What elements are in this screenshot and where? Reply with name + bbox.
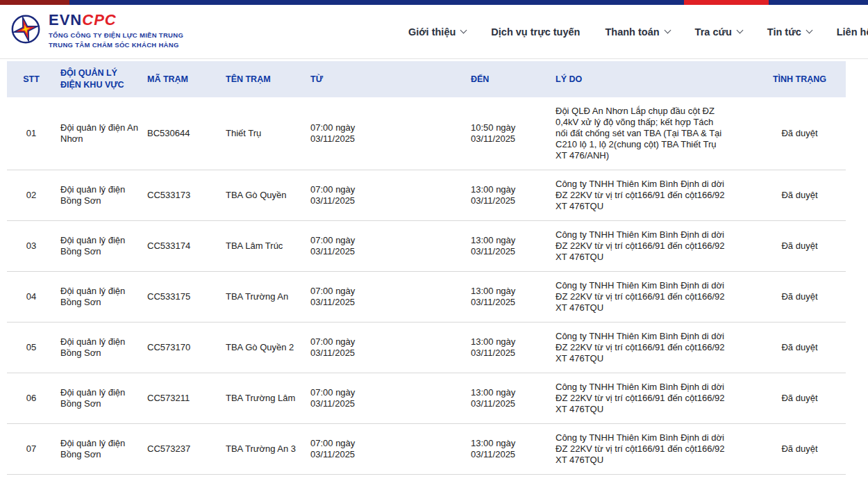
cell-ten-tram: TBA Gò Quyền 2 <box>222 323 306 373</box>
cell-ten-tram: TBA Trường Lâm <box>222 373 306 424</box>
cell-tu: 07:00 ngày 03/11/2025 <box>306 373 465 424</box>
cell-ly-do: Công ty TNHH Thiên Kim Bình Định di dời … <box>550 221 753 272</box>
nav-item-lien-he[interactable]: Liên hệ <box>837 26 868 38</box>
outage-table-container: STT ĐỘI QUẢN LÝ ĐIỆN KHU VỰC MÃ TRẠM TÊN… <box>7 61 846 475</box>
column-header-ten-tram: TÊN TRẠM <box>222 61 306 97</box>
evn-star-logo-icon <box>10 13 42 45</box>
cell-tu: 07:00 ngày 03/11/2025 <box>306 272 465 323</box>
nav-item-label: Thanh toán <box>605 26 659 38</box>
cell-stt: 01 <box>7 97 56 170</box>
cell-den: 13:00 ngày 03/11/2025 <box>465 323 550 373</box>
cell-stt: 02 <box>7 170 56 221</box>
cell-ly-do: Công ty TNHH Thiên Kim Bình Định di dời … <box>550 323 753 373</box>
nav-item-label: Liên hệ <box>837 26 868 38</box>
cell-doi: Đội quản lý điện An Nhơn <box>56 97 146 170</box>
chevron-down-icon <box>460 27 467 34</box>
table-row: 02 Đội quản lý điện Bồng Sơn CC533173 TB… <box>7 170 846 221</box>
table-row: 05 Đội quản lý điện Bồng Sơn CC573170 TB… <box>7 323 846 373</box>
nav-item-label: Dịch vụ trực tuyến <box>491 26 580 38</box>
cell-tinh-trang: Đã duyệt <box>753 272 846 323</box>
cell-tu: 07:00 ngày 03/11/2025 <box>306 170 465 221</box>
nav-item-gioi-thieu[interactable]: Giới thiệu <box>408 26 466 38</box>
table-row: 01 Đội quản lý điện An Nhơn BC530644 Thi… <box>7 97 846 170</box>
main-nav: Giới thiệu Dịch vụ trực tuyến Thanh toán… <box>408 5 868 58</box>
nav-item-label: Giới thiệu <box>408 26 456 38</box>
cell-tu: 07:00 ngày 03/11/2025 <box>306 221 465 272</box>
top-bar-red-segment-left <box>0 0 69 5</box>
column-header-ly-do: LÝ DO <box>550 61 753 97</box>
cell-ma-tram: CC573237 <box>146 424 222 475</box>
brand-name: EVNCPC <box>49 12 183 28</box>
nav-item-tra-cuu[interactable]: Tra cứu <box>695 26 742 38</box>
brand-name-cpc: CPC <box>82 11 116 28</box>
cell-doi: Đội quản lý điện Bồng Sơn <box>56 272 146 323</box>
cell-den: 13:00 ngày 03/11/2025 <box>465 170 550 221</box>
brand-subtitle: TỔNG CÔNG TY ĐIỆN LỰC MIỀN TRUNG TRUNG T… <box>49 31 183 50</box>
cell-ma-tram: CC533175 <box>146 272 222 323</box>
cell-tinh-trang: Đã duyệt <box>753 323 846 373</box>
cell-stt: 06 <box>7 373 56 424</box>
cell-tinh-trang: Đã duyệt <box>753 170 846 221</box>
outage-table: STT ĐỘI QUẢN LÝ ĐIỆN KHU VỰC MÃ TRẠM TÊN… <box>7 61 846 475</box>
cell-doi: Đội quản lý điện Bồng Sơn <box>56 170 146 221</box>
column-header-ma-tram: MÃ TRẠM <box>146 61 222 97</box>
nav-item-dich-vu-truc-tuyen[interactable]: Dịch vụ trực tuyến <box>491 26 580 38</box>
cell-ma-tram: CC573211 <box>146 373 222 424</box>
column-header-tinh-trang: TÌNH TRẠNG <box>753 61 846 97</box>
brand-subtitle-line1: TỔNG CÔNG TY ĐIỆN LỰC MIỀN TRUNG <box>49 31 183 40</box>
top-accent-bar <box>0 0 868 5</box>
cell-stt: 07 <box>7 424 56 475</box>
nav-item-label: Tin tức <box>767 26 801 38</box>
chevron-down-icon <box>664 27 671 34</box>
cell-den: 13:00 ngày 03/11/2025 <box>465 424 550 475</box>
chevron-down-icon <box>736 27 743 34</box>
top-bar-red-segment-right <box>684 0 769 5</box>
table-row: 03 Đội quản lý điện Bồng Sơn CC533174 TB… <box>7 221 846 272</box>
column-header-den: ĐẾN <box>465 61 550 97</box>
cell-ly-do: Công ty TNHH Thiên Kim Bình Định di dời … <box>550 272 753 323</box>
nav-item-tin-tuc[interactable]: Tin tức <box>767 26 812 38</box>
cell-den: 13:00 ngày 03/11/2025 <box>465 221 550 272</box>
cell-den: 13:00 ngày 03/11/2025 <box>465 373 550 424</box>
cell-den: 10:50 ngày 03/11/2025 <box>465 97 550 170</box>
cell-tu: 07:00 ngày 03/11/2025 <box>306 323 465 373</box>
outage-table-body: 01 Đội quản lý điện An Nhơn BC530644 Thi… <box>7 97 846 475</box>
cell-ten-tram: TBA Gò Quyền <box>222 170 306 221</box>
brand-name-evn: EVN <box>49 11 82 28</box>
cell-tinh-trang: Đã duyệt <box>753 97 846 170</box>
chevron-down-icon <box>806 27 812 34</box>
cell-stt: 05 <box>7 323 56 373</box>
cell-ma-tram: CC573170 <box>146 323 222 373</box>
table-row: 07 Đội quản lý điện Bồng Sơn CC573237 TB… <box>7 424 846 475</box>
cell-ly-do: Đội QLĐ An Nhơn Lắp chụp đầu cột ĐZ 0,4k… <box>550 97 753 170</box>
cell-ten-tram: Thiết Trụ <box>222 97 306 170</box>
cell-doi: Đội quản lý điện Bồng Sơn <box>56 424 146 475</box>
cell-doi: Đội quản lý điện Bồng Sơn <box>56 373 146 424</box>
column-header-doi: ĐỘI QUẢN LÝ ĐIỆN KHU VỰC <box>56 61 146 97</box>
cell-ma-tram: BC530644 <box>146 97 222 170</box>
cell-ma-tram: CC533174 <box>146 221 222 272</box>
cell-ly-do: Công ty TNHH Thiên Kim Bình Định di dời … <box>550 170 753 221</box>
cell-ly-do: Công ty TNHH Thiên Kim Bình Định di dời … <box>550 424 753 475</box>
table-row: 06 Đội quản lý điện Bồng Sơn CC573211 TB… <box>7 373 846 424</box>
cell-doi: Đội quản lý điện Bồng Sơn <box>56 323 146 373</box>
brand-subtitle-line2: TRUNG TÂM CHĂM SÓC KHÁCH HÀNG <box>49 40 183 50</box>
cell-stt: 03 <box>7 221 56 272</box>
column-header-stt: STT <box>7 61 56 97</box>
nav-item-thanh-toan[interactable]: Thanh toán <box>605 26 669 38</box>
cell-doi: Đội quản lý điện Bồng Sơn <box>56 221 146 272</box>
cell-ly-do: Công ty TNHH Thiên Kim Bình Định di dời … <box>550 373 753 424</box>
brand-text: EVNCPC TỔNG CÔNG TY ĐIỆN LỰC MIỀN TRUNG … <box>49 12 183 50</box>
outage-table-header: STT ĐỘI QUẢN LÝ ĐIỆN KHU VỰC MÃ TRẠM TÊN… <box>7 61 846 97</box>
cell-den: 13:00 ngày 03/11/2025 <box>465 272 550 323</box>
cell-tinh-trang: Đã duyệt <box>753 424 846 475</box>
column-header-tu: TỪ <box>306 61 465 97</box>
cell-ten-tram: TBA Trường An <box>222 272 306 323</box>
nav-item-label: Tra cứu <box>695 26 732 38</box>
brand-logo-link[interactable]: EVNCPC TỔNG CÔNG TY ĐIỆN LỰC MIỀN TRUNG … <box>10 12 183 50</box>
cell-ten-tram: TBA Lâm Trúc <box>222 221 306 272</box>
cell-ma-tram: CC533173 <box>146 170 222 221</box>
cell-ten-tram: TBA Trường An 3 <box>222 424 306 475</box>
cell-tinh-trang: Đã duyệt <box>753 373 846 424</box>
table-row: 04 Đội quản lý điện Bồng Sơn CC533175 TB… <box>7 272 846 323</box>
